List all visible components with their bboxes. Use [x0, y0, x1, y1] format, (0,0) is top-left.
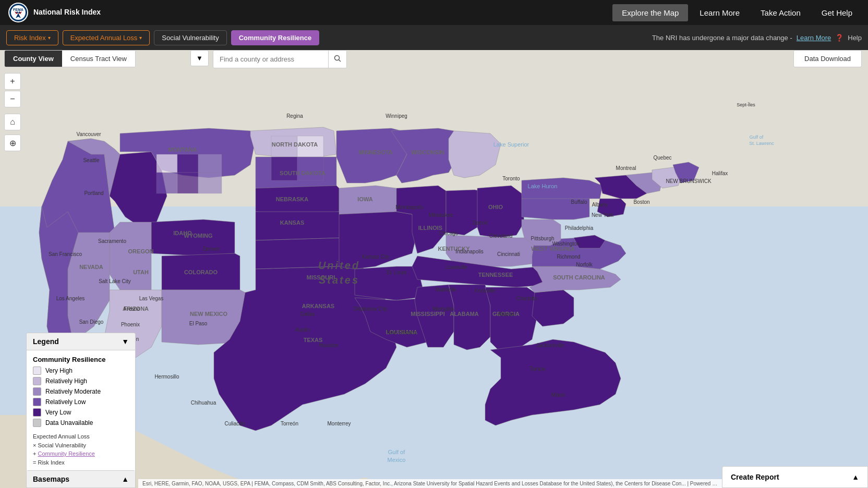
tab-risk-index[interactable]: Risk Index ▾ [6, 30, 58, 45]
search-icon [334, 55, 341, 62]
svg-rect-61 [177, 173, 198, 193]
svg-rect-59 [198, 154, 222, 173]
legend-label-rel-moderate: Relatively Moderate [45, 388, 101, 395]
svg-line-68 [339, 60, 341, 62]
svg-marker-39 [446, 235, 537, 266]
formula-line3: + Community Resilience [33, 449, 129, 458]
tab-social-vulnerability[interactable]: Social Vulnerability [154, 30, 226, 45]
svg-rect-64 [297, 136, 323, 157]
header-app-name: National Risk Index [33, 8, 101, 16]
search-input[interactable] [213, 51, 328, 67]
legend-swatch-rel-high [33, 377, 41, 385]
help-question-icon[interactable]: ❓ [835, 34, 843, 42]
legend-item-rel-low: Relatively Low [33, 398, 129, 406]
data-download-button[interactable]: Data Download [793, 50, 862, 67]
svg-marker-38 [477, 186, 524, 238]
svg-rect-63 [271, 136, 297, 157]
formula-cr-link[interactable]: Community Resilience [38, 450, 94, 457]
svg-marker-17 [162, 253, 240, 290]
filter-arrow-button[interactable]: ▼ [190, 50, 209, 66]
svg-rect-60 [156, 173, 177, 193]
fema-logo: FEMA [8, 3, 28, 22]
tab-community-resilience[interactable]: Community Resilience [231, 30, 319, 45]
zoom-out-button[interactable]: − [4, 91, 21, 107]
locate-button[interactable]: ⊕ [4, 135, 21, 151]
zoom-in-button[interactable]: + [4, 73, 21, 90]
svg-marker-18 [110, 222, 151, 290]
svg-marker-37 [446, 190, 480, 235]
legend-swatch-rel-moderate [33, 387, 41, 396]
create-report-header[interactable]: Create Report ▲ [722, 467, 867, 487]
legend-header[interactable]: Legend ▼ [27, 333, 135, 350]
nav-get-help[interactable]: Get Help [812, 4, 862, 21]
toolbar-learn-more-link[interactable]: Learn More [797, 34, 831, 42]
legend-item-very-high: Very High [33, 367, 129, 375]
logo-area: FEMA National Risk Index [0, 3, 109, 22]
basemaps-expand-icon: ▲ [122, 475, 129, 483]
zoom-controls: + − ⌂ ⊕ [4, 73, 21, 151]
svg-marker-51 [522, 178, 602, 199]
header-navigation: Explore the Map Learn More Take Action G… [612, 4, 868, 21]
legend-label-rel-high: Relatively High [45, 377, 87, 385]
legend-swatch-rel-low [33, 398, 41, 406]
map-attribution: Esri, HERE, Garmin, FAO, NOAA, USGS, EPA… [138, 479, 722, 488]
map-view-controls: County View Census Tract View [4, 50, 136, 67]
search-bar[interactable] [213, 50, 347, 68]
svg-text:FEMA: FEMA [13, 8, 23, 11]
formula-line4: = Risk Index [33, 458, 129, 467]
filter-dropdown: ▼ [190, 50, 209, 66]
app-header: FEMA National Risk Index Explore the Map… [0, 0, 868, 25]
legend-label-rel-low: Relatively Low [45, 398, 86, 406]
census-tract-view-btn[interactable]: Census Tract View [62, 51, 135, 67]
svg-marker-30 [339, 186, 396, 214]
svg-rect-65 [271, 157, 297, 180]
legend-collapse-icon: ▼ [122, 337, 129, 346]
legend-label-very-high: Very High [45, 367, 73, 374]
legend-panel: Legend ▼ Community Resilience Very High … [26, 333, 136, 472]
basemaps-header[interactable]: Basemaps ▲ [27, 471, 135, 487]
legend-category-title: Community Resilience [33, 356, 129, 363]
create-report-expand-icon: ▲ [852, 473, 859, 481]
legend-swatch-very-low [33, 408, 41, 417]
svg-rect-58 [177, 154, 198, 173]
legend-swatch-unavailable [33, 419, 41, 427]
tab-expected-annual-loss[interactable]: Expected Annual Loss ▾ [63, 30, 150, 45]
toolbar: Risk Index ▾ Expected Annual Loss ▾ Soci… [0, 25, 868, 50]
svg-marker-50 [522, 196, 589, 219]
svg-rect-62 [198, 173, 222, 193]
basemaps-panel: Basemaps ▲ [26, 470, 136, 488]
legend-swatch-very-high [33, 367, 41, 375]
legend-body: Community Resilience Very High Relativel… [27, 350, 135, 472]
home-button[interactable]: ⌂ [4, 114, 21, 130]
legend-label-unavailable: Data Unavailable [45, 419, 93, 426]
svg-point-67 [335, 56, 340, 60]
svg-marker-25 [256, 186, 339, 214]
app-title-text: National Risk Index [33, 8, 101, 16]
svg-marker-26 [256, 212, 344, 240]
svg-marker-32 [355, 266, 423, 300]
nav-learn-more[interactable]: Learn More [690, 4, 749, 21]
toolbar-notice: The NRI has undergone a major data chang… [652, 34, 862, 42]
nav-take-action[interactable]: Take Action [751, 4, 810, 21]
nav-explore-map[interactable]: Explore the Map [612, 4, 688, 21]
search-submit-button[interactable] [328, 51, 346, 68]
svg-rect-66 [297, 157, 323, 180]
legend-label-very-low: Very Low [45, 409, 71, 416]
svg-rect-57 [156, 154, 177, 173]
legend-formula: Expected Annual Loss × Social Vulnerabil… [33, 432, 129, 467]
formula-line1: Expected Annual Loss [33, 432, 129, 441]
county-view-btn[interactable]: County View [5, 51, 62, 67]
svg-marker-16 [151, 219, 235, 256]
legend-item-very-low: Very Low [33, 408, 129, 417]
legend-item-rel-high: Relatively High [33, 377, 129, 385]
svg-marker-42 [449, 285, 490, 350]
create-report-panel: Create Report ▲ [722, 466, 868, 488]
legend-item-unavailable: Data Unavailable [33, 419, 129, 427]
formula-line2: × Social Vulnerability [33, 441, 129, 450]
legend-item-rel-moderate: Relatively Moderate [33, 387, 129, 396]
